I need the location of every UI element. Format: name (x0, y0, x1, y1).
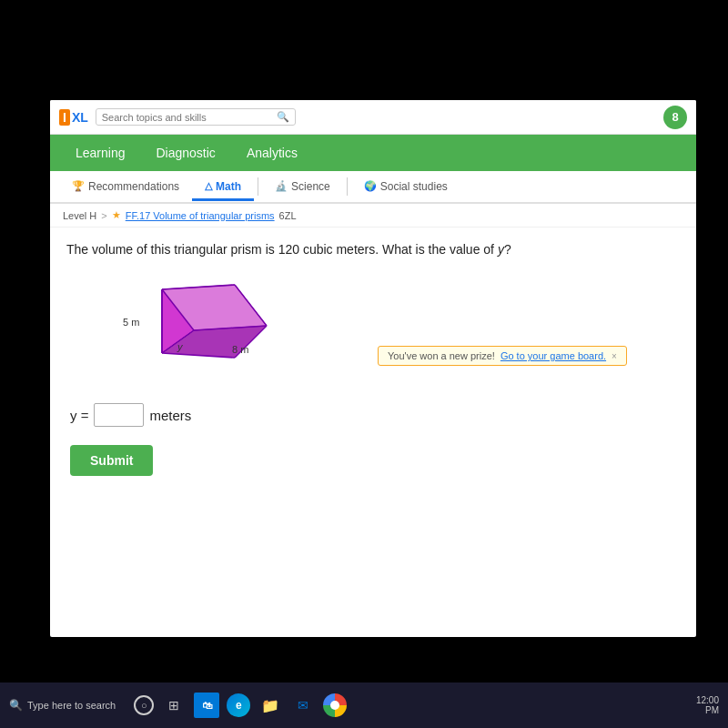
answer-prefix: y = (70, 408, 88, 423)
user-avatar[interactable]: 8 (663, 106, 687, 129)
prize-banner: You've won a new prize! Go to your game … (378, 346, 627, 366)
science-icon: 🔬 (275, 180, 288, 192)
tab-science-label: Science (291, 180, 330, 193)
search-bar[interactable]: 🔍 (96, 108, 296, 126)
breadcrumb-badge: 6ZL (279, 210, 297, 221)
breadcrumb-chevron: > (101, 210, 106, 221)
taskbar-chrome-icon[interactable] (323, 693, 347, 717)
question-text-part1: The volume of this triangular prism is 1… (66, 242, 498, 257)
sub-nav: 🏆 Recommendations △ Math 🔬 Science 🌍 Soc… (50, 171, 696, 204)
prism-diagram: 5 m 8 m y (76, 276, 294, 385)
logo-xl: XL (72, 110, 88, 125)
svg-text:5 m: 5 m (123, 317, 139, 328)
taskbar-right: 12:00 PM (696, 695, 719, 715)
taskbar-search-text: Type here to search (27, 700, 116, 711)
taskbar-store-icon[interactable]: 🛍 (194, 693, 219, 718)
main-content: You've won a new prize! Go to your game … (50, 228, 696, 489)
prism-svg: 5 m 8 m y (76, 276, 294, 385)
taskbar-search-icon: 🔍 (9, 699, 23, 712)
question-variable: y (498, 242, 504, 257)
tab-recommendations[interactable]: 🏆 Recommendations (59, 175, 192, 201)
question-text-end: ? (504, 242, 511, 257)
taskbar-circle-button[interactable]: ○ (134, 695, 154, 715)
taskbar-search-area[interactable]: 🔍 Type here to search (9, 699, 116, 712)
tab-math[interactable]: △ Math (192, 175, 254, 201)
taskbar-mail-icon[interactable]: ✉ (290, 693, 316, 718)
taskbar: 🔍 Type here to search ○ ⊞ 🛍 e 📁 ✉ 12:00 … (0, 682, 728, 728)
taskbar-edge-icon[interactable]: e (227, 693, 250, 717)
tab-recommendations-label: Recommendations (88, 180, 179, 193)
chrome-inner-circle (330, 701, 339, 710)
close-icon[interactable]: × (612, 351, 617, 361)
answer-suffix: meters (149, 408, 191, 423)
taskbar-windows-icon[interactable]: ⊞ (161, 693, 187, 718)
nav-analytics[interactable]: Analytics (234, 140, 310, 166)
tab-social-studies-label: Social studies (380, 180, 448, 193)
nav-diagnostic[interactable]: Diagnostic (144, 140, 228, 166)
search-input[interactable] (102, 112, 273, 123)
taskbar-clock: 12:00 PM (696, 695, 719, 715)
svg-text:8 m: 8 m (232, 344, 248, 355)
breadcrumb-link[interactable]: FF.17 Volume of triangular prisms (126, 210, 275, 221)
breadcrumb-level: Level H (63, 210, 96, 221)
prize-text: You've won a new prize! (388, 350, 495, 361)
question-text: The volume of this triangular prism is 1… (66, 240, 680, 259)
breadcrumb-star: ★ (112, 209, 121, 221)
tab-social-studies[interactable]: 🌍 Social studies (351, 175, 460, 201)
tab-science[interactable]: 🔬 Science (262, 175, 343, 201)
logo-i: I (59, 109, 70, 126)
math-icon: △ (205, 180, 212, 192)
answer-row: y = meters (70, 403, 680, 427)
nav-bar: Learning Diagnostic Analytics (50, 135, 696, 171)
clock-date: PM (696, 705, 719, 715)
answer-input[interactable] (94, 403, 144, 427)
recommendations-icon: 🏆 (72, 180, 85, 192)
clock-time: 12:00 (696, 695, 719, 705)
breadcrumb: Level H > ★ FF.17 Volume of triangular p… (50, 204, 696, 228)
folder-icon: 📁 (261, 697, 279, 714)
tab-divider-1 (258, 177, 258, 196)
submit-button[interactable]: Submit (70, 445, 153, 476)
prize-link[interactable]: Go to your game board. (500, 350, 606, 361)
taskbar-icons: ○ ⊞ 🛍 e 📁 ✉ (134, 693, 347, 718)
tab-divider-2 (347, 177, 348, 196)
logo: I XL (59, 109, 88, 126)
taskbar-folder-icon[interactable]: 📁 (258, 693, 283, 718)
top-bar: I XL 🔍 8 (50, 100, 696, 135)
nav-learning[interactable]: Learning (63, 140, 138, 166)
tab-math-label: Math (216, 180, 241, 193)
social-studies-icon: 🌍 (364, 180, 377, 192)
search-icon: 🔍 (277, 111, 289, 123)
